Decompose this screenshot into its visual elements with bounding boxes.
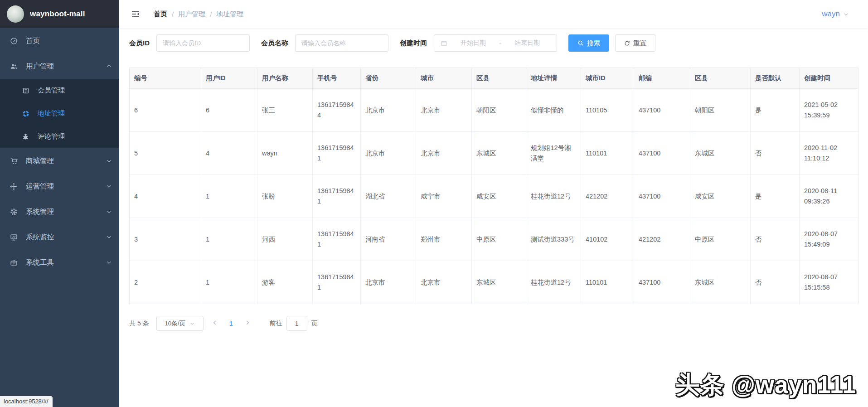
sidebar-item-address-mgmt[interactable]: 地址管理	[0, 102, 119, 125]
cell-district-2: 东城区	[690, 261, 751, 304]
cell-phone: 13617159841	[313, 175, 361, 218]
column-header-user-name: 用户名称	[257, 68, 313, 89]
cell-postcode: 437100	[634, 89, 690, 132]
end-date-placeholder: 结束日期	[502, 39, 552, 47]
column-header-phone: 手机号	[313, 68, 361, 89]
table-header-row: 编号用户ID用户名称手机号省份城市区县地址详情城市ID邮编区县是否默认创建时间	[130, 68, 858, 89]
move-icon	[10, 182, 18, 191]
user-dropdown[interactable]: wayn	[822, 0, 849, 28]
pagination: 共 5 条 10条/页 1 前往 页	[129, 316, 868, 331]
sidebar-item-label: 会员管理	[38, 86, 65, 95]
cell-no: 2	[130, 261, 201, 304]
member-name-filter: 会员名称	[261, 34, 388, 52]
goto-suffix: 页	[311, 320, 318, 328]
breadcrumb-level2: 地址管理	[216, 10, 243, 19]
sidebar-item-system-mgmt[interactable]: 系统管理	[0, 199, 119, 224]
cell-district: 中原区	[472, 218, 526, 261]
cell-phone: 13617159841	[313, 261, 361, 304]
browser-status-bar: localhost:9528/#/	[0, 396, 53, 407]
sidebar-item-label: 系统管理	[26, 207, 54, 217]
cell-district: 朝阳区	[472, 89, 526, 132]
breadcrumb: 首页 / 用户管理 / 地址管理	[154, 10, 243, 19]
cell-city-id: 410102	[581, 218, 634, 261]
search-button[interactable]: 搜索	[568, 34, 609, 52]
date-range-picker[interactable]: 开始日期 - 结束日期	[434, 34, 557, 52]
chevron-left-icon	[212, 320, 218, 327]
column-header-city-id: 城市ID	[581, 68, 634, 89]
sidebar-item-system-monitor[interactable]: 系统监控	[0, 224, 119, 250]
created-time-label: 创建时间	[400, 39, 427, 48]
breadcrumb-home[interactable]: 首页	[154, 10, 167, 19]
column-header-province: 省份	[361, 68, 416, 89]
cell-user-name: 张三	[257, 89, 313, 132]
cell-user-name: wayn	[257, 132, 313, 175]
member-id-input[interactable]	[156, 34, 250, 52]
sidebar-item-comment-mgmt[interactable]: 评论管理	[0, 125, 119, 148]
sidebar-item-user-mgmt[interactable]: 用户管理	[0, 53, 119, 79]
app-logo[interactable]: waynboot-mall	[0, 0, 119, 28]
cell-city-id: 110101	[581, 261, 634, 304]
cell-created-at: 2021-05-02 15:39:59	[800, 89, 858, 132]
sidebar-item-system-tools[interactable]: 系统工具	[0, 250, 119, 275]
table-row: 41张盼13617159841湖北省咸宁市咸安区桂花街道12号421202437…	[130, 175, 858, 218]
column-header-city: 城市	[416, 68, 472, 89]
cell-is-default: 是	[751, 89, 800, 132]
hamburger-icon[interactable]	[126, 7, 145, 21]
users-icon	[10, 62, 18, 71]
search-icon	[577, 40, 584, 46]
column-header-no: 编号	[130, 68, 201, 89]
cell-address-detail: 规划姐12号湘满堂	[526, 132, 581, 175]
cell-is-default: 否	[751, 261, 800, 304]
page-size-select[interactable]: 10条/页	[156, 316, 204, 331]
sidebar-item-label: 用户管理	[26, 62, 54, 71]
sidebar-item-label: 评论管理	[38, 132, 65, 141]
column-header-district-2: 区县	[690, 68, 751, 89]
main-area: 首页 / 用户管理 / 地址管理 wayn 会员ID 会员名称 创建时间	[119, 0, 868, 407]
sidebar-item-member-mgmt[interactable]: 会员管理	[0, 79, 119, 102]
sidebar-item-home[interactable]: 首页	[0, 28, 119, 53]
cell-phone: 13617159841	[313, 218, 361, 261]
watermark: 头条 @wayn111	[675, 369, 856, 402]
cell-district: 东城区	[472, 132, 526, 175]
cell-user-id: 1	[201, 175, 257, 218]
cell-district: 咸安区	[472, 175, 526, 218]
sidebar-item-label: 系统监控	[26, 233, 54, 242]
cell-city: 北京市	[416, 89, 472, 132]
cell-user-id: 1	[201, 218, 257, 261]
sidebar-item-mall-mgmt[interactable]: 商城管理	[0, 148, 119, 174]
prev-page-button[interactable]	[211, 319, 219, 328]
column-header-district: 区县	[472, 68, 526, 89]
goto-page-input[interactable]	[286, 316, 307, 331]
member-name-input[interactable]	[295, 34, 388, 52]
next-page-button[interactable]	[243, 319, 252, 328]
sidebar: waynboot-mall 首页用户管理会员管理地址管理评论管理商城管理运营管理…	[0, 0, 119, 407]
sidebar-item-label: 首页	[26, 36, 40, 46]
cell-province: 北京市	[361, 132, 416, 175]
cell-user-name: 张盼	[257, 175, 313, 218]
reset-button[interactable]: 重置	[615, 34, 655, 52]
chevron-down-icon	[843, 11, 849, 17]
chevron-down-icon	[106, 209, 112, 215]
goto-page: 前往 页	[270, 316, 318, 331]
cell-district-2: 中原区	[690, 218, 751, 261]
created-time-filter: 创建时间 开始日期 - 结束日期	[400, 34, 557, 52]
dashboard-icon	[10, 37, 18, 45]
cell-province: 湖北省	[361, 175, 416, 218]
cell-city-id: 421202	[581, 175, 634, 218]
column-header-user-id: 用户ID	[201, 68, 257, 89]
cell-province: 河南省	[361, 218, 416, 261]
reset-button-label: 重置	[633, 39, 646, 48]
cell-no: 6	[130, 89, 201, 132]
sidebar-item-label: 地址管理	[38, 109, 65, 118]
cell-postcode: 421202	[634, 218, 690, 261]
cell-postcode: 437100	[634, 261, 690, 304]
component-icon	[21, 109, 30, 118]
range-separator: -	[498, 39, 502, 47]
chevron-right-icon	[244, 320, 251, 327]
page-number-1[interactable]: 1	[226, 320, 236, 327]
cell-postcode: 437100	[634, 175, 690, 218]
chevron-up-icon	[106, 63, 112, 69]
cell-city: 郑州市	[416, 218, 472, 261]
sidebar-item-operations-mgmt[interactable]: 运营管理	[0, 174, 119, 199]
cell-user-id: 1	[201, 261, 257, 304]
